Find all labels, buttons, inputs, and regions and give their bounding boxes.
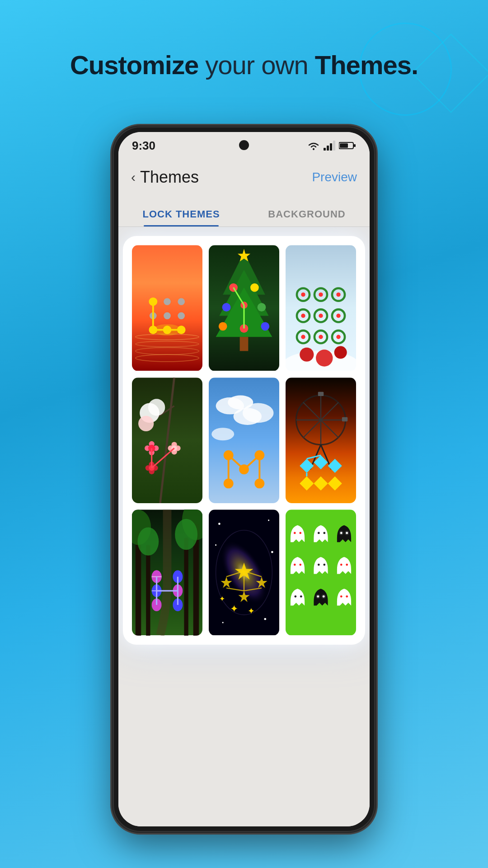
svg-point-194 [317,595,319,598]
back-button[interactable]: ‹ Themes [131,168,199,187]
header-bold-end: Themes. [315,50,418,80]
svg-point-32 [222,303,231,311]
svg-rect-7 [354,144,356,147]
svg-point-63 [334,346,347,359]
svg-point-62 [316,349,333,366]
svg-text:✦: ✦ [219,595,225,603]
svg-point-147 [215,544,216,546]
page-header: Customize your own Themes. [0,50,488,80]
svg-rect-29 [240,337,249,351]
svg-point-167 [299,532,301,534]
svg-point-69 [138,415,154,431]
svg-point-58 [319,335,323,339]
svg-point-145 [218,523,221,525]
svg-rect-109 [342,417,347,421]
svg-point-19 [178,312,185,320]
svg-point-50 [301,314,305,318]
svg-point-178 [294,564,296,566]
svg-point-182 [318,564,320,566]
svg-rect-8 [132,245,202,371]
svg-point-166 [294,532,296,534]
svg-rect-2 [327,146,329,151]
svg-point-52 [319,314,323,318]
svg-point-0 [313,148,314,150]
theme-grid-container: ✦ ✦ ✦ [123,236,365,645]
svg-rect-108 [318,392,324,396]
svg-point-30 [229,283,238,292]
tab-lock-themes[interactable]: LOCK THEMES [118,208,244,226]
battery-icon [339,142,356,150]
svg-point-190 [295,595,297,598]
status-time: 9:30 [132,139,155,153]
svg-point-46 [319,292,323,297]
svg-point-44 [301,292,305,297]
phone-frame: 9:30 [113,127,375,832]
svg-point-54 [336,314,340,318]
theme-card-ferris[interactable] [286,377,356,504]
status-icons [307,141,356,151]
svg-rect-4 [333,141,335,151]
svg-point-60 [336,335,340,339]
svg-point-18 [164,312,171,320]
svg-point-179 [299,564,301,566]
svg-point-175 [346,532,348,534]
svg-point-186 [340,564,343,566]
svg-point-56 [301,335,305,339]
svg-point-146 [268,519,269,521]
svg-point-35 [219,322,227,330]
svg-point-191 [300,595,302,598]
svg-point-148 [271,551,273,553]
svg-rect-3 [330,143,332,151]
theme-card-snow[interactable] [286,245,356,371]
status-bar: 9:30 [118,132,370,159]
theme-grid: ✦ ✦ ✦ [132,245,356,636]
phone-screen: 9:30 [118,132,370,826]
svg-point-48 [336,292,340,297]
svg-point-128 [175,519,197,550]
tab-bar: LOCK THEMES BACKGROUND [118,195,370,227]
theme-card-galaxy[interactable]: ✦ ✦ ✦ [209,509,279,636]
content-area[interactable]: ✦ ✦ ✦ [118,227,370,826]
svg-point-91 [234,408,262,425]
preview-button[interactable]: Preview [312,170,357,184]
svg-point-31 [250,283,259,292]
svg-point-150 [264,618,266,620]
svg-point-171 [323,532,325,534]
svg-point-34 [258,303,266,311]
svg-point-37 [261,322,269,330]
page-title: Themes [140,168,199,187]
svg-point-61 [300,348,314,362]
svg-point-198 [340,595,343,598]
svg-point-149 [222,622,224,623]
svg-rect-6 [340,143,348,148]
svg-point-92 [211,428,234,440]
svg-point-127 [137,528,159,556]
theme-card-sunset[interactable] [132,245,202,371]
svg-point-199 [346,595,348,598]
svg-point-195 [323,595,325,598]
camera-notch [239,140,249,150]
svg-text:✦: ✦ [248,606,255,616]
svg-rect-1 [324,148,326,151]
svg-point-174 [340,532,343,534]
theme-card-clouds[interactable] [209,377,279,504]
header-bold-start: Customize [70,50,198,80]
svg-point-68 [148,399,165,415]
theme-card-ghosts[interactable] [286,509,356,636]
svg-text:✦: ✦ [230,603,238,614]
app-header: ‹ Themes Preview [118,159,370,195]
svg-point-15 [164,298,171,305]
svg-point-183 [323,564,325,566]
theme-card-flowers[interactable] [132,377,202,504]
theme-card-christmas[interactable] [209,245,279,371]
svg-point-16 [178,298,185,305]
wifi-icon [307,141,320,151]
back-arrow-icon: ‹ [131,170,136,185]
svg-point-187 [346,564,348,566]
theme-card-forest[interactable] [132,509,202,636]
tab-background[interactable]: BACKGROUND [244,208,370,226]
svg-rect-123 [146,545,150,636]
svg-rect-124 [184,538,188,636]
signal-icon [324,141,335,151]
header-normal: your own [205,50,314,80]
